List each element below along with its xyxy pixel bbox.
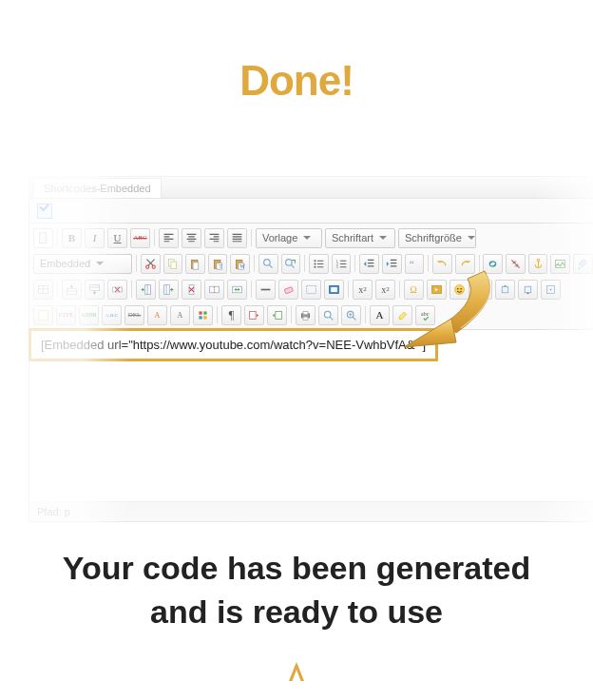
- spellcheck-icon: abc: [419, 309, 431, 321]
- paste-button[interactable]: [185, 254, 205, 274]
- layer-forward-button[interactable]: [495, 280, 515, 300]
- toolbar-row-2: Embedded T W 123 “ ?: [33, 252, 593, 275]
- style-select[interactable]: Embedded: [33, 254, 132, 274]
- fullscreen-button[interactable]: [324, 280, 344, 300]
- document-icon: [37, 232, 49, 244]
- svg-rect-47: [502, 286, 508, 293]
- italic-button[interactable]: I: [85, 228, 105, 248]
- svg-point-15: [314, 260, 316, 262]
- svg-point-61: [324, 311, 331, 318]
- find-button[interactable]: [258, 254, 278, 274]
- paste-word-icon: W: [234, 258, 246, 270]
- svg-text:abc: abc: [421, 310, 430, 317]
- row-delete-button[interactable]: [107, 280, 127, 300]
- col-before-button[interactable]: [136, 280, 156, 300]
- svg-point-43: [457, 287, 459, 289]
- align-left-button[interactable]: [159, 228, 179, 248]
- copy-button[interactable]: [163, 254, 183, 274]
- row-after-button[interactable]: [85, 280, 105, 300]
- show-invisible-button[interactable]: [301, 280, 321, 300]
- acronym-button[interactable]: A.B.C: [102, 305, 122, 325]
- zoom-button[interactable]: [341, 305, 361, 325]
- font-family-select[interactable]: Schriftart: [325, 228, 395, 248]
- highlight-icon: [396, 309, 409, 321]
- layer-button[interactable]: [472, 280, 492, 300]
- bg-color-button[interactable]: [392, 305, 412, 325]
- ins-button[interactable]: A: [147, 305, 167, 325]
- redo-button[interactable]: [455, 254, 475, 274]
- style-button[interactable]: [33, 305, 53, 325]
- paste-word-button[interactable]: W: [230, 254, 250, 274]
- blockquote-button[interactable]: “: [405, 254, 425, 274]
- del-button[interactable]: DEL: [124, 305, 144, 325]
- replace-button[interactable]: [281, 254, 301, 274]
- anchor-button[interactable]: [528, 254, 548, 274]
- ltr2-button[interactable]: [267, 305, 287, 325]
- svg-rect-51: [39, 310, 48, 320]
- rtl-button[interactable]: [244, 305, 264, 325]
- table-icon: [37, 283, 49, 296]
- smiley-icon: [453, 283, 466, 296]
- cleanup-button[interactable]: [573, 254, 593, 274]
- rtl-icon: [248, 309, 260, 321]
- strike-button[interactable]: ABC: [130, 228, 150, 248]
- text-color-button[interactable]: A: [370, 305, 390, 325]
- underline-button[interactable]: U: [107, 228, 127, 248]
- indent-button[interactable]: [382, 254, 402, 274]
- bold-button[interactable]: B: [62, 228, 82, 248]
- abbr-button[interactable]: ABBR: [79, 305, 99, 325]
- media-button[interactable]: [427, 280, 447, 300]
- col-after-button[interactable]: [159, 280, 179, 300]
- remove-format-button[interactable]: [278, 280, 298, 300]
- styleprops-button[interactable]: [193, 305, 213, 325]
- eraser-icon: [282, 283, 295, 296]
- hr-button[interactable]: [256, 280, 276, 300]
- editor-content[interactable]: [Embedded url="https://www.youtube.com/w…: [29, 330, 593, 501]
- tab-shortcodes-embedded[interactable]: Shortcodes-Embedded: [33, 178, 162, 198]
- outdent-button[interactable]: [359, 254, 379, 274]
- unlink-icon: [509, 258, 522, 270]
- chevron-down-icon: [96, 260, 104, 267]
- bullet-list-button[interactable]: [309, 254, 329, 274]
- align-right-button[interactable]: [204, 228, 224, 248]
- table-button[interactable]: [33, 280, 53, 300]
- font-size-select[interactable]: Schriftgröße: [398, 228, 476, 248]
- svg-rect-46: [480, 288, 487, 293]
- paste-text-button[interactable]: T: [208, 254, 228, 274]
- spellcheck-button[interactable]: abc: [415, 305, 435, 325]
- row-before-button[interactable]: [62, 280, 82, 300]
- print-button[interactable]: [296, 305, 316, 325]
- layer-icon: [476, 283, 488, 296]
- cut-button[interactable]: [141, 254, 161, 274]
- layer-back-button[interactable]: [518, 280, 538, 300]
- svg-text:W: W: [240, 263, 246, 269]
- emoji-button[interactable]: [450, 280, 469, 300]
- ltr-button[interactable]: ¶: [221, 305, 241, 325]
- svg-point-22: [537, 259, 539, 261]
- tab-bar: Shortcodes-Embedded: [29, 177, 593, 199]
- superscript-button[interactable]: x2: [375, 280, 395, 300]
- align-justify-button[interactable]: [227, 228, 247, 248]
- subscript-button[interactable]: x2: [353, 280, 373, 300]
- col-delete-button[interactable]: [182, 280, 201, 300]
- enable-checkbox[interactable]: [37, 204, 52, 219]
- cell-merge-button[interactable]: [227, 280, 247, 300]
- chevron-down-icon: [379, 234, 387, 242]
- image-button[interactable]: [550, 254, 570, 274]
- char-button[interactable]: Ω: [404, 280, 424, 300]
- new-doc-button[interactable]: [33, 228, 53, 248]
- preview-icon: [322, 309, 335, 321]
- unlink-button[interactable]: [506, 254, 526, 274]
- preview-button[interactable]: [318, 305, 338, 325]
- template-select[interactable]: Vorlage: [256, 228, 322, 248]
- logo-icon: [287, 661, 306, 682]
- link-button[interactable]: [483, 254, 503, 274]
- svg-point-44: [460, 287, 462, 289]
- align-center-button[interactable]: [182, 228, 201, 248]
- abs-button[interactable]: [541, 280, 561, 300]
- number-list-button[interactable]: 123: [332, 254, 352, 274]
- cell-split-button[interactable]: [204, 280, 224, 300]
- attr-button[interactable]: A: [170, 305, 190, 325]
- cite-button[interactable]: CITE: [56, 305, 76, 325]
- undo-button[interactable]: [432, 254, 452, 274]
